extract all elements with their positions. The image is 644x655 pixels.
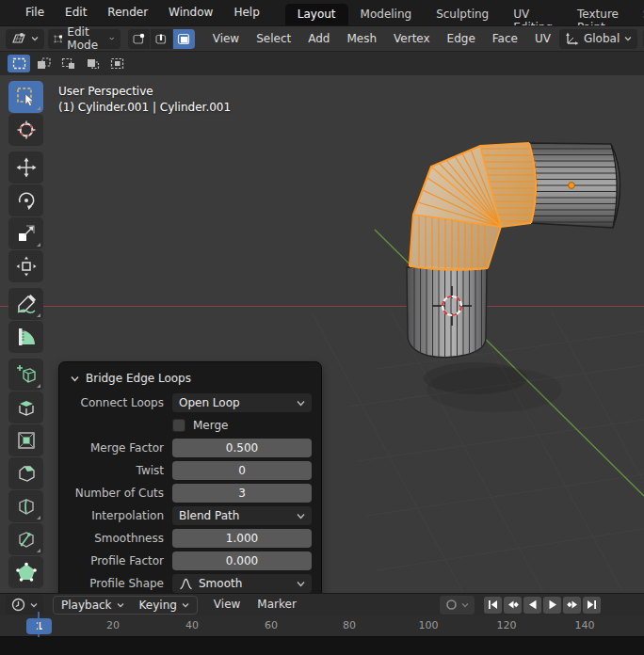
vertex-select-toggle[interactable] <box>128 29 150 49</box>
twist-field[interactable]: 0 <box>172 461 312 480</box>
tool-annotate[interactable] <box>8 288 43 320</box>
menu-face[interactable]: Face <box>484 26 526 52</box>
select-intersect-button[interactable] <box>105 55 128 72</box>
menu-uv[interactable]: UV <box>526 26 559 52</box>
profile-factor-field[interactable]: 0.000 <box>172 551 312 570</box>
tool-rotate[interactable] <box>8 184 43 216</box>
poly-build-icon <box>16 562 37 583</box>
play-button[interactable] <box>543 597 561 614</box>
select-set-icon <box>12 57 26 70</box>
knife-icon <box>16 529 37 550</box>
menu-window[interactable]: Window <box>158 0 223 25</box>
view-perspective-label: User Perspective <box>58 84 231 100</box>
frame-tick: 40 <box>176 619 208 631</box>
interpolation-dropdown[interactable]: Blend Path <box>172 506 312 525</box>
menu-add[interactable]: Add <box>299 26 338 52</box>
smoothness-field[interactable]: 1.000 <box>172 529 312 548</box>
merge-factor-label: Merge Factor <box>69 441 172 455</box>
select-set-button[interactable] <box>8 55 30 72</box>
timeline-ruler[interactable]: 20 40 60 80 100 120 140 1 <box>0 615 644 637</box>
menu-select[interactable]: Select <box>248 26 299 52</box>
playback-popover[interactable]: Playback <box>54 596 132 615</box>
keying-popover[interactable]: Keying <box>132 596 197 615</box>
tool-inset-faces[interactable] <box>8 424 43 456</box>
tool-cursor[interactable] <box>8 114 43 146</box>
tool-extrude-region[interactable] <box>8 391 43 423</box>
clock-icon <box>11 598 25 612</box>
mesh-cylinder[interactable] <box>407 143 621 358</box>
edge-select-toggle[interactable] <box>151 29 172 49</box>
jump-to-end-button[interactable] <box>583 597 601 614</box>
timeline-menu-view[interactable]: View <box>205 592 249 617</box>
vertex-select-icon <box>132 33 145 45</box>
tool-knife[interactable] <box>8 523 43 555</box>
tool-loop-cut[interactable] <box>8 490 43 522</box>
prev-keyframe-button[interactable] <box>504 597 522 614</box>
tab-uv-editing[interactable]: UV Editing <box>501 4 565 25</box>
tab-layout[interactable]: Layout <box>285 4 348 25</box>
chevron-down-icon <box>297 513 305 519</box>
tab-sculpting[interactable]: Sculpting <box>424 4 501 25</box>
menu-edge[interactable]: Edge <box>439 26 484 52</box>
move-tool-icon <box>16 157 37 178</box>
face-select-toggle[interactable] <box>173 29 195 49</box>
select-extend-button[interactable] <box>32 55 55 72</box>
timeline-menu-marker[interactable]: Marker <box>249 592 304 617</box>
select-intersect-icon <box>110 57 124 70</box>
chevron-down-icon <box>297 400 305 407</box>
prev-keyframe-icon <box>507 599 519 610</box>
tool-transform[interactable] <box>8 250 43 282</box>
topbar: File Edit Render Window Help Layout Mode… <box>0 0 644 25</box>
edge-select-icon <box>154 33 168 45</box>
jump-to-start-button[interactable] <box>484 597 502 614</box>
menu-edit[interactable]: Edit <box>55 0 97 25</box>
tool-scale[interactable] <box>8 217 43 249</box>
select-invert-button[interactable] <box>81 55 104 72</box>
number-of-cuts-label: Number of Cuts <box>69 487 172 500</box>
merge-factor-field[interactable]: 0.500 <box>172 439 312 457</box>
select-mode-toggles <box>128 29 195 49</box>
operator-panel-header[interactable]: Bridge Edge Loops <box>69 370 312 391</box>
tool-measure[interactable] <box>8 321 43 353</box>
toolbar <box>8 81 43 589</box>
tool-poly-build[interactable] <box>8 556 43 588</box>
menu-file[interactable]: File <box>15 0 55 25</box>
profile-shape-dropdown[interactable]: Smooth <box>172 574 312 593</box>
menu-vertex[interactable]: Vertex <box>385 26 439 52</box>
transform-orientation-dropdown[interactable]: Global <box>559 29 637 49</box>
operator-panel: Bridge Edge Loops Connect Loops Open Loo… <box>58 361 322 593</box>
annotate-pen-icon <box>16 294 37 314</box>
play-reverse-button[interactable] <box>523 597 541 614</box>
menu-render[interactable]: Render <box>97 0 158 25</box>
viewport-header: Edit Mode <box>0 25 644 51</box>
playback-keying-group: Playback Keying <box>53 596 198 615</box>
tool-tweak-select[interactable] <box>8 81 43 113</box>
edit-mode-icon <box>54 33 62 45</box>
mode-label: Edit Mode <box>67 25 105 52</box>
viewport-3d[interactable]: User Perspective (1) Cylinder.001 | Cyli… <box>0 75 644 593</box>
tab-texture-paint[interactable]: Texture Paint <box>565 4 631 25</box>
mode-dropdown[interactable]: Edit Mode <box>48 29 121 49</box>
selected-bend-section[interactable] <box>410 143 539 270</box>
chevron-down-icon <box>109 36 114 41</box>
next-keyframe-button[interactable] <box>563 597 581 614</box>
inset-faces-icon <box>16 430 37 451</box>
tool-bevel[interactable] <box>8 457 43 489</box>
tool-add-cube[interactable] <box>8 359 43 391</box>
timeline-track[interactable] <box>0 637 644 655</box>
editor-type-button[interactable] <box>6 29 44 49</box>
tool-move[interactable] <box>8 152 43 184</box>
chevron-down-icon <box>30 602 38 608</box>
menu-help[interactable]: Help <box>223 0 269 25</box>
frame-tick: 140 <box>569 619 601 631</box>
auto-key-record-icon[interactable] <box>445 599 458 611</box>
select-subtract-button[interactable] <box>56 55 79 72</box>
tab-modeling[interactable]: Modeling <box>348 4 425 25</box>
connect-loops-dropdown[interactable]: Open Loop <box>172 393 312 412</box>
tab-shading[interactable]: Shading <box>631 4 644 25</box>
merge-checkbox[interactable] <box>172 419 185 432</box>
chevron-down-icon[interactable] <box>461 602 469 608</box>
number-of-cuts-field[interactable]: 3 <box>172 484 312 503</box>
menu-view[interactable]: View <box>204 26 248 52</box>
menu-mesh[interactable]: Mesh <box>338 26 385 52</box>
